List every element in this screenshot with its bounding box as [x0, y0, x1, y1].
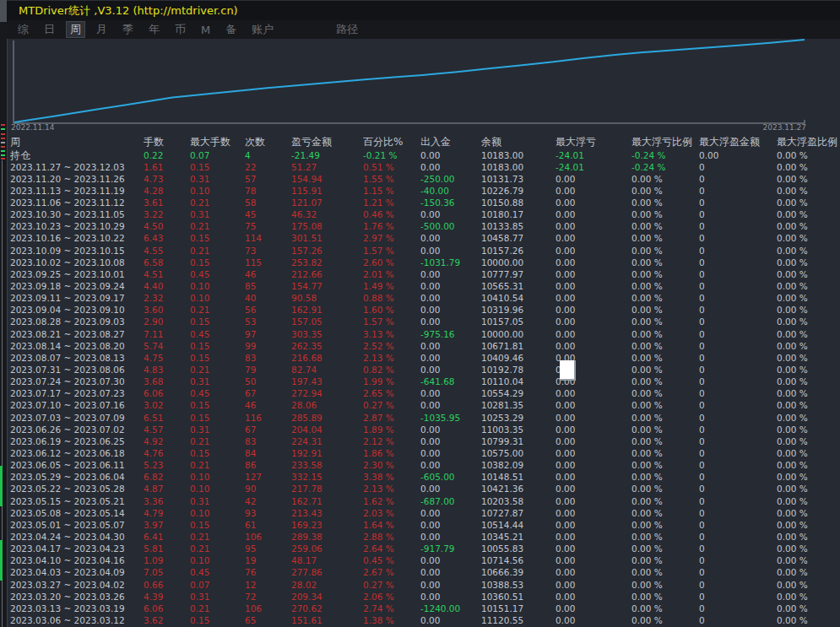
value-cell: 115.91 [291, 185, 363, 197]
value-cell: 0 [699, 208, 777, 220]
table-row[interactable]: 2023.08.21 ~ 2023.08.277.110.4597303.353… [0, 328, 840, 340]
table-row[interactable]: 2023.09.25 ~ 2023.10.014.510.4546212.662… [0, 268, 840, 280]
title-bar[interactable]: MTDriver统计 ,V3.12 (http://mtdriver.cn) [7, 0, 840, 20]
table-row[interactable]: 2023.04.17 ~ 2023.04.235.810.2195259.062… [0, 543, 840, 554]
col-header-12[interactable]: 最大浮盈比例 [777, 134, 840, 149]
col-header-11[interactable]: 最大浮盈金额 [699, 134, 777, 149]
table-row[interactable]: 2023.03.06 ~ 2023.03.123.620.1565151.611… [0, 614, 840, 626]
table-row[interactable]: 2023.07.03 ~ 2023.07.096.510.15116285.89… [0, 412, 840, 424]
table-row[interactable]: 2023.06.26 ~ 2023.07.024.570.3167204.041… [0, 424, 840, 435]
value-cell: 262.35 [291, 340, 363, 352]
table-row[interactable]: 2023.07.17 ~ 2023.07.236.060.4567272.942… [0, 387, 840, 399]
value-cell: 4.87 [144, 483, 190, 495]
period-cell: 2023.05.08 ~ 2023.05.14 [0, 507, 144, 519]
value-cell: 10180.17 [481, 208, 555, 220]
col-header-3[interactable]: 最大手数 [190, 134, 245, 149]
value-cell: 0.00 [420, 245, 481, 257]
table-row[interactable]: 2023.10.23 ~ 2023.10.294.500.2175175.081… [0, 220, 840, 232]
table-row[interactable]: 2023.04.24 ~ 2023.04.306.410.21106289.38… [0, 531, 840, 543]
value-cell: 1.60 % [363, 304, 420, 316]
table-row[interactable]: 2023.11.20 ~ 2023.11.264.730.3157154.941… [0, 173, 840, 185]
table-row[interactable]: 2023.09.11 ~ 2023.09.172.320.104090.580.… [0, 292, 840, 304]
value-cell: 3.97 [144, 519, 190, 531]
position-row[interactable]: 持仓0.220.074-21.49-0.21 %0.0010183.00-24.… [0, 149, 840, 161]
value-cell: 0.00 % [631, 304, 699, 316]
table-row[interactable]: 2023.07.10 ~ 2023.07.163.020.154628.060.… [0, 399, 840, 411]
table-row[interactable]: 2023.06.19 ~ 2023.06.254.920.2183224.312… [0, 435, 840, 447]
table-row[interactable]: 2023.08.14 ~ 2023.08.205.740.1599262.352… [0, 340, 840, 352]
table-row[interactable]: 2023.05.08 ~ 2023.05.144.790.1093213.432… [0, 507, 840, 519]
value-cell: 0.00 % [777, 591, 840, 603]
value-cell: 0.07 [190, 579, 245, 591]
value-cell: 6.41 [144, 531, 190, 543]
value-cell: 10183.00 [481, 161, 555, 173]
table-row[interactable]: 2023.03.27 ~ 2023.04.020.660.071228.020.… [0, 579, 840, 591]
value-cell: 0 [699, 471, 777, 483]
col-header-1[interactable]: 周 [0, 134, 144, 149]
value-cell: 0.00 % [631, 232, 699, 244]
value-cell: 2.32 [144, 292, 190, 304]
table-row[interactable]: 2023.06.05 ~ 2023.06.115.230.2186233.582… [0, 459, 840, 471]
value-cell: 175.08 [291, 220, 363, 232]
value-cell: 1.89 % [363, 424, 420, 435]
period-cell: 2023.11.06 ~ 2023.11.12 [0, 197, 144, 208]
value-cell: 6.06 [144, 603, 190, 614]
table-row[interactable]: 2023.08.28 ~ 2023.09.032.900.1553157.051… [0, 316, 840, 327]
value-cell: 67 [245, 387, 291, 399]
col-header-8[interactable]: 余额 [481, 134, 555, 149]
value-cell: 0.00 [555, 495, 631, 507]
value-cell: -0.24 % [631, 161, 699, 173]
table-row[interactable]: 2023.06.12 ~ 2023.06.184.760.1584192.911… [0, 447, 840, 459]
value-cell: 0.00 % [631, 352, 699, 364]
value-cell: 0.00 % [631, 376, 699, 387]
value-cell: 0.10 [190, 292, 245, 304]
value-cell: 0.00 [420, 161, 481, 173]
value-cell: 2.65 % [363, 387, 420, 399]
value-cell: 3.61 [144, 197, 190, 208]
table-row[interactable]: 2023.09.04 ~ 2023.09.103.600.2156162.911… [0, 304, 840, 316]
value-cell: 67 [245, 424, 291, 435]
col-header-4[interactable]: 次数 [245, 134, 291, 149]
table-row[interactable]: 2023.07.24 ~ 2023.07.303.680.3150197.431… [0, 376, 840, 387]
col-header-5[interactable]: 盈亏金额 [291, 134, 363, 149]
period-cell: 2023.08.28 ~ 2023.09.03 [0, 316, 144, 327]
col-header-2[interactable]: 手数 [144, 134, 190, 149]
table-row[interactable]: 2023.05.01 ~ 2023.05.073.970.1561169.231… [0, 519, 840, 531]
table-row[interactable]: 2023.10.09 ~ 2023.10.154.550.2173157.261… [0, 245, 840, 257]
col-header-9[interactable]: 最大浮亏 [555, 134, 631, 149]
value-cell: 3.02 [144, 399, 190, 411]
col-header-7[interactable]: 出入金 [420, 134, 481, 149]
table-row[interactable]: 2023.11.13 ~ 2023.11.194.280.1078115.911… [0, 185, 840, 197]
table-row[interactable]: 2023.07.31 ~ 2023.08.064.830.217982.740.… [0, 364, 840, 376]
value-cell: 58 [245, 197, 291, 208]
table-row[interactable]: 2023.10.16 ~ 2023.10.226.430.15114301.51… [0, 232, 840, 244]
value-cell: 0.15 [190, 614, 245, 626]
value-cell: 2.30 % [363, 459, 420, 471]
table-row[interactable]: 2023.05.29 ~ 2023.06.046.820.10127332.15… [0, 471, 840, 483]
table-row[interactable]: 2023.03.13 ~ 2023.03.196.060.21106270.62… [0, 603, 840, 614]
table-row[interactable]: 2023.11.27 ~ 2023.12.031.610.152251.270.… [0, 161, 840, 173]
value-cell: 10203.58 [481, 495, 555, 507]
value-cell: 0.31 [190, 424, 245, 435]
col-header-6[interactable]: 百分比% [363, 134, 420, 149]
table-row[interactable]: 2023.11.06 ~ 2023.11.123.610.2158121.071… [0, 197, 840, 208]
table-row[interactable]: 2023.08.07 ~ 2023.08.134.750.1583216.682… [0, 352, 840, 364]
value-cell: 0.00 % [631, 566, 699, 578]
table-row[interactable]: 2023.05.22 ~ 2023.05.284.870.1090217.782… [0, 483, 840, 495]
value-cell: 10192.78 [481, 364, 555, 376]
value-cell: 1.15 % [363, 185, 420, 197]
table-row[interactable]: 2023.05.15 ~ 2023.05.213.360.3142162.711… [0, 495, 840, 507]
table-row[interactable]: 2023.04.03 ~ 2023.04.097.050.4576277.862… [0, 566, 840, 578]
table-row[interactable]: 2023.04.10 ~ 2023.04.161.090.101948.170.… [0, 554, 840, 566]
value-cell: 0.00 [420, 340, 481, 352]
table-row[interactable]: 2023.10.30 ~ 2023.11.053.220.314546.320.… [0, 208, 840, 220]
table-row[interactable]: 2023.09.18 ~ 2023.09.244.400.1085154.771… [0, 280, 840, 292]
col-header-10[interactable]: 最大浮亏比例 [631, 134, 699, 149]
table-row[interactable]: 2023.03.20 ~ 2023.03.264.390.3172209.342… [0, 591, 840, 603]
table-row[interactable]: 2023.10.02 ~ 2023.10.086.580.15115253.82… [0, 257, 840, 268]
value-cell: 6.43 [144, 232, 190, 244]
value-cell: -641.68 [420, 376, 481, 387]
value-cell: 7.11 [144, 328, 190, 340]
value-cell: 0.00 % [777, 352, 840, 364]
value-cell: 0.00 % [631, 459, 699, 471]
